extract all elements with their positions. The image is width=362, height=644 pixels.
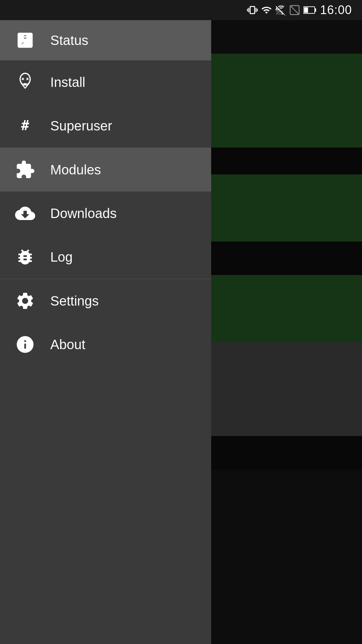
nav-item-superuser[interactable]: # Superuser <box>0 104 211 148</box>
nav-label-install: Install <box>50 75 85 90</box>
hash-icon: # <box>13 114 37 138</box>
svg-point-8 <box>21 74 29 84</box>
cloud-download-icon <box>13 202 37 225</box>
nav-label-log: Log <box>50 250 73 265</box>
status-icons: 16:00 <box>247 3 352 17</box>
nav-label-downloads: Downloads <box>50 206 117 221</box>
svg-text:#: # <box>21 118 29 133</box>
svg-line-1 <box>290 6 299 15</box>
nav-drawer: Status Install # <box>0 20 211 644</box>
battery-icon <box>303 5 317 15</box>
drawer-scrim[interactable] <box>211 20 362 644</box>
nav-label-modules: Modules <box>50 162 101 177</box>
nav-label-status: Status <box>50 33 88 48</box>
nav-label-about: About <box>50 337 85 352</box>
svg-rect-6 <box>23 40 27 44</box>
nav-item-downloads[interactable]: Downloads <box>0 192 211 235</box>
nav-item-install[interactable]: Install <box>0 60 211 104</box>
nav-item-log[interactable]: Log <box>0 235 211 279</box>
gear-icon <box>13 289 37 313</box>
nav-item-about[interactable]: About <box>0 323 211 366</box>
info-box-icon <box>13 29 37 52</box>
vibrate-icon <box>247 5 258 15</box>
svg-rect-3 <box>315 8 316 12</box>
nav-label-settings: Settings <box>50 293 99 309</box>
svg-rect-5 <box>23 36 27 38</box>
puzzle-icon <box>13 158 37 181</box>
status-time: 16:00 <box>320 3 352 17</box>
bug-icon <box>13 245 37 269</box>
svg-rect-4 <box>304 7 308 13</box>
nav-item-status[interactable]: Status <box>0 20 211 60</box>
nav-item-modules[interactable]: Modules <box>0 148 211 192</box>
install-icon <box>13 70 37 94</box>
signal-off-icon <box>275 5 286 15</box>
status-bar: 16:00 <box>0 0 362 20</box>
wifi-icon <box>261 5 272 15</box>
nav-label-superuser: Superuser <box>50 118 112 133</box>
signal-off2-icon <box>289 5 300 15</box>
nav-item-settings[interactable]: Settings <box>0 279 211 323</box>
info-circle-icon <box>13 333 37 356</box>
